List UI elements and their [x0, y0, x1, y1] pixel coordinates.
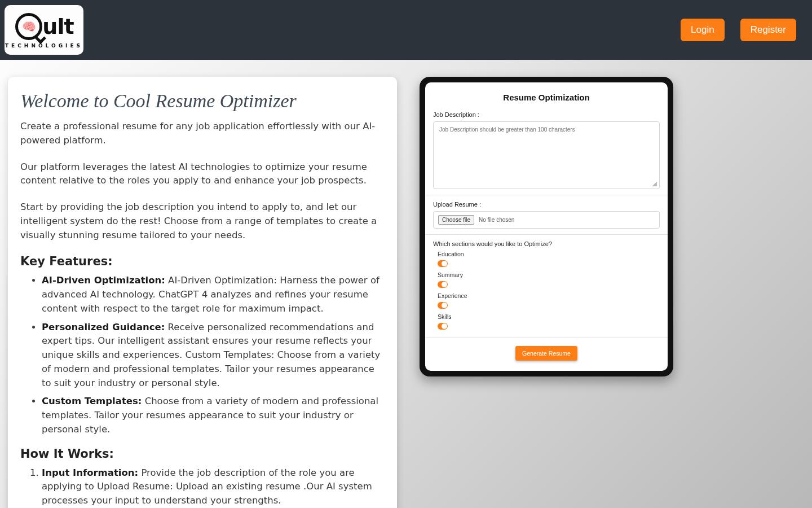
intro-paragraph-3: Start by providing the job description y…: [20, 200, 385, 242]
skills-toggle[interactable]: [438, 323, 448, 330]
list-item: Personalized Guidance: Receive personali…: [42, 321, 385, 391]
brand-name: ult: [42, 16, 73, 37]
features-heading: Key Features:: [20, 255, 385, 268]
upload-label: Upload Resume :: [433, 201, 660, 208]
form-title: Resume Optimization: [433, 93, 660, 102]
divider: [425, 338, 668, 338]
form-preview-screen: Resume Optimization Job Description : Jo…: [425, 82, 668, 371]
experience-toggle[interactable]: [438, 302, 448, 309]
jd-placeholder: Job Description should be greater than 1…: [439, 126, 575, 133]
generate-resume-button[interactable]: Generate Resume: [515, 346, 577, 361]
intro-paragraph-1: Create a professional resume for any job…: [20, 120, 385, 148]
section-label: Experience: [438, 292, 660, 299]
divider: [425, 195, 668, 195]
form-preview-device: Resume Optimization Job Description : Jo…: [420, 77, 673, 376]
optimize-question: Which sections would you like to Optimiz…: [433, 240, 660, 247]
choose-file-button[interactable]: Choose file: [438, 215, 474, 225]
section-toggle-row: Summary: [438, 271, 660, 290]
page-title: Welcome to Cool Resume Optimizer: [20, 90, 385, 112]
section-toggle-row: Education: [438, 251, 660, 269]
how-list: Input Information: Provide the job descr…: [20, 466, 385, 509]
section-label: Skills: [438, 313, 660, 320]
brand-subtitle: TECHNOLOGIES: [5, 43, 83, 49]
jd-label: Job Description :: [433, 111, 660, 118]
feature-label: Custom Templates:: [42, 396, 142, 406]
education-toggle[interactable]: [438, 260, 448, 267]
welcome-card: Welcome to Cool Resume Optimizer Create …: [8, 77, 397, 508]
feature-label: AI-Driven Optimization:: [42, 275, 165, 286]
feature-label: Personalized Guidance:: [42, 322, 165, 332]
divider: [425, 234, 668, 235]
section-toggle-row: Experience: [438, 292, 660, 311]
job-description-textarea[interactable]: Job Description should be greater than 1…: [433, 121, 660, 189]
step-label: Input Information:: [42, 467, 138, 478]
list-item: Input Information: Provide the job descr…: [42, 466, 385, 508]
section-toggle-row: Skills: [438, 313, 660, 332]
login-button[interactable]: Login: [681, 19, 725, 41]
logo-q-icon: 🧠: [14, 12, 43, 41]
no-file-text: No file chosen: [479, 217, 514, 223]
features-list: AI-Driven Optimization: AI-Driven Optimi…: [20, 274, 385, 436]
brand-logo: 🧠 ult TECHNOLOGIES: [5, 5, 83, 55]
register-button[interactable]: Register: [740, 19, 796, 41]
summary-toggle[interactable]: [438, 281, 448, 288]
how-heading: How It Works:: [20, 447, 385, 461]
list-item: Custom Templates: Choose from a variety …: [42, 395, 385, 436]
section-label: Education: [438, 251, 660, 257]
app-header: 🧠 ult TECHNOLOGIES Login Register: [0, 0, 812, 60]
list-item: AI-Driven Optimization: AI-Driven Optimi…: [42, 274, 385, 316]
intro-paragraph-2: Our platform leverages the latest AI tec…: [20, 160, 385, 189]
section-label: Summary: [438, 271, 660, 278]
upload-resume-input[interactable]: Choose file No file chosen: [433, 211, 660, 229]
